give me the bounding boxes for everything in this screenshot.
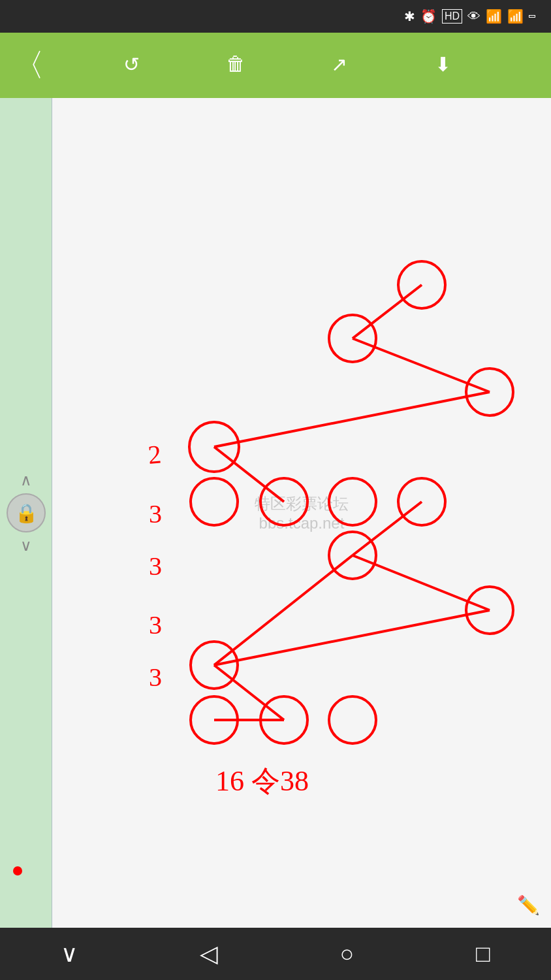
watermark: 特区彩票论坛bbs.tcap.net <box>255 493 349 532</box>
drawing-overlay: 2 3 3 3 3 16 令38 <box>52 98 551 928</box>
bluetooth-icon: ✱ <box>404 8 415 24</box>
svg-point-21 <box>191 696 238 743</box>
toolbar: 〈 ↺ 🗑 ↗ ⬇ <box>0 33 551 98</box>
pencil-button[interactable]: ✏️ <box>512 889 544 921</box>
svg-line-14 <box>214 555 353 665</box>
svg-point-0 <box>398 261 445 308</box>
svg-text:3: 3 <box>149 610 162 640</box>
svg-point-13 <box>329 532 376 579</box>
svg-line-12 <box>353 502 422 555</box>
lock-button[interactable]: 🔒 <box>7 493 46 532</box>
svg-point-10 <box>398 478 445 525</box>
wifi-icon: 📶 <box>486 8 502 24</box>
nav-home-button[interactable]: ○ <box>321 934 374 974</box>
clear-button[interactable]: 🗑 <box>213 48 259 83</box>
svg-line-16 <box>353 555 490 610</box>
svg-text:2: 2 <box>147 439 163 470</box>
svg-point-5 <box>189 422 239 472</box>
scroll-control: ∧ 🔒 ∨ <box>0 471 52 555</box>
undo-button[interactable]: ↺ <box>109 48 155 84</box>
svg-point-3 <box>466 368 513 416</box>
lock-icon: 🔒 <box>15 502 38 524</box>
battery-icon <box>529 15 535 18</box>
svg-line-11 <box>214 447 284 502</box>
svg-line-4 <box>353 338 490 392</box>
status-bar: ✱ ⏰ HD 👁 📶 📶 <box>0 0 551 33</box>
save-icon: ⬇ <box>435 53 451 76</box>
tutorial-button[interactable] <box>524 60 544 71</box>
save-button[interactable]: ⬇ <box>420 48 465 84</box>
share-button[interactable]: ↗ <box>316 48 362 84</box>
content-area: ∧ 🔒 ∨ 特区彩票论坛bbs.tcap.net <box>0 98 551 928</box>
back-button[interactable]: 〈 <box>7 44 51 86</box>
sidebar: ∧ 🔒 ∨ <box>0 98 52 928</box>
nav-down-button[interactable]: ∨ <box>41 934 97 974</box>
share-icon: ↗ <box>331 53 347 76</box>
nav-back-button[interactable]: ◁ <box>180 934 238 974</box>
svg-text:3: 3 <box>149 551 162 581</box>
trash-icon: 🗑 <box>226 53 245 75</box>
svg-text:3: 3 <box>149 499 162 529</box>
bottom-nav: ∨ ◁ ○ □ <box>0 928 551 980</box>
eye-icon: 👁 <box>467 9 480 24</box>
svg-line-19 <box>214 665 284 720</box>
status-right: ✱ ⏰ HD 👁 📶 📶 <box>399 8 541 24</box>
alarm-icon: ⏰ <box>420 8 437 24</box>
svg-point-23 <box>329 696 376 743</box>
svg-point-8 <box>260 478 307 525</box>
svg-line-17 <box>214 610 490 665</box>
svg-text:3: 3 <box>149 662 162 692</box>
svg-point-18 <box>191 642 238 689</box>
svg-line-2 <box>353 285 422 338</box>
scroll-up-arrow[interactable]: ∧ <box>20 471 32 489</box>
svg-text:16 令38: 16 令38 <box>215 765 309 797</box>
data-table-container: 特区彩票论坛bbs.tcap.net <box>52 98 551 928</box>
svg-point-22 <box>260 696 307 743</box>
red-dot-indicator <box>13 866 22 875</box>
signal-icon: 📶 <box>507 8 524 24</box>
svg-point-15 <box>466 587 513 634</box>
svg-line-6 <box>214 392 490 447</box>
svg-point-7 <box>191 478 238 525</box>
svg-point-1 <box>329 315 376 362</box>
hd-icon: HD <box>442 9 462 24</box>
svg-point-9 <box>329 478 376 525</box>
scroll-down-arrow[interactable]: ∨ <box>20 536 32 555</box>
nav-recents-button[interactable]: □ <box>456 934 510 974</box>
undo-icon: ↺ <box>123 53 140 76</box>
